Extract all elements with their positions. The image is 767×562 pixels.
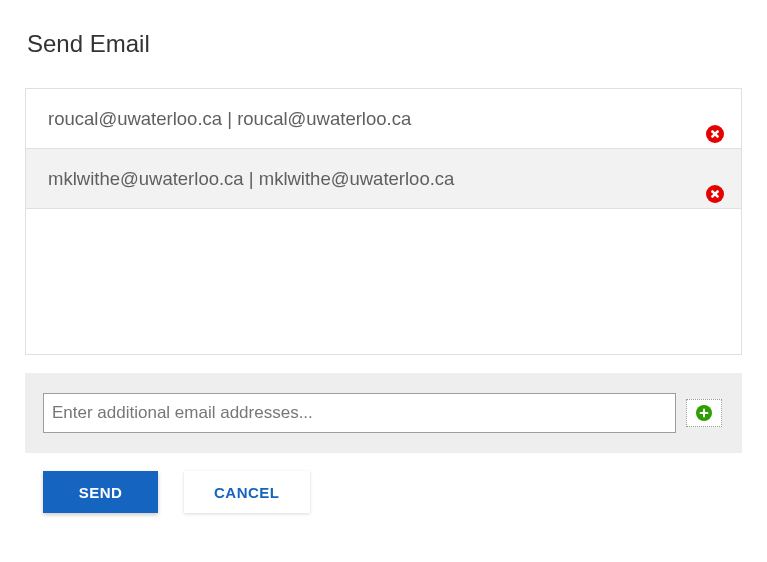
add-recipient-button[interactable] — [686, 399, 722, 427]
plus-circle-icon — [695, 404, 713, 422]
recipient-email: mklwithe@uwaterloo.ca | mklwithe@uwaterl… — [48, 168, 705, 190]
recipient-row: roucal@uwaterloo.ca | roucal@uwaterloo.c… — [26, 89, 741, 149]
cancel-button[interactable]: Cancel — [184, 471, 310, 513]
page-title: Send Email — [27, 30, 742, 58]
recipient-row: mklwithe@uwaterloo.ca | mklwithe@uwaterl… — [26, 149, 741, 209]
email-input[interactable] — [43, 393, 676, 433]
recipient-email: roucal@uwaterloo.ca | roucal@uwaterloo.c… — [48, 108, 705, 130]
recipient-list: roucal@uwaterloo.ca | roucal@uwaterloo.c… — [25, 88, 742, 355]
action-buttons: Send Cancel — [25, 453, 742, 513]
svg-rect-8 — [700, 412, 709, 414]
add-recipient-area — [25, 373, 742, 453]
remove-recipient-icon[interactable] — [705, 184, 725, 204]
remove-recipient-icon[interactable] — [705, 124, 725, 144]
send-button[interactable]: Send — [43, 471, 158, 513]
